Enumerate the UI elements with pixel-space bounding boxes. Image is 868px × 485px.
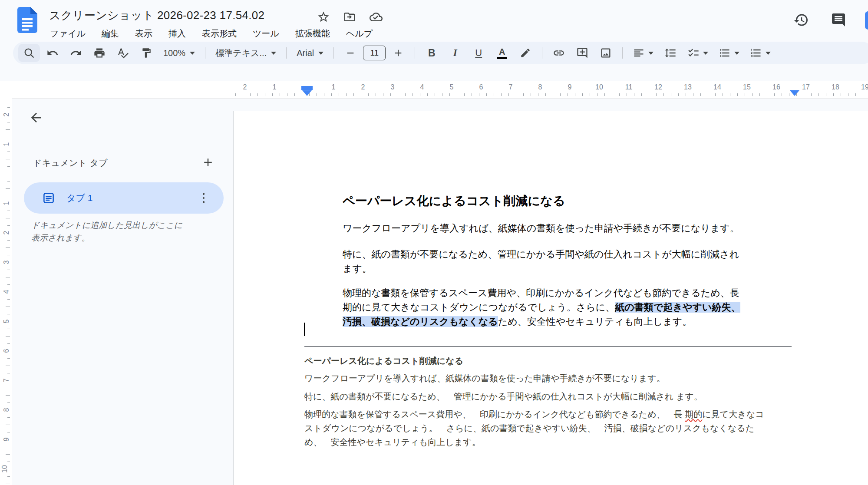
text-cursor <box>304 323 305 336</box>
comments-icon[interactable] <box>831 12 846 30</box>
paragraph-styles-select[interactable]: 標準テキス... <box>211 44 281 62</box>
zoom-select[interactable]: 100% <box>159 44 199 62</box>
doc-paragraph-line: 期的に見て大きなコストダウンにつながるでしょう。さらに、紙の書類で起きやすい紛失… <box>343 300 740 314</box>
document-title[interactable]: スクリーンショット 2026-02-23 17.54.02 <box>49 8 264 23</box>
font-family-value: Arial <box>297 48 314 58</box>
bulleted-list-button[interactable] <box>714 44 744 62</box>
footer-paragraph-line: ストダウンにつながるでしょう。 さらに、紙の書類で起きやすい紛失、 汚損、破損な… <box>304 421 754 435</box>
menu-view[interactable]: 表示 <box>133 27 154 40</box>
toolbar-divider <box>622 47 623 59</box>
bulleted-list-icon <box>719 47 731 59</box>
underline-button[interactable]: U <box>468 44 489 62</box>
line-spacing-icon <box>664 47 677 59</box>
decrease-font-size-button[interactable] <box>340 44 361 62</box>
checklist-icon <box>687 47 700 59</box>
paint-roller-icon <box>141 47 152 59</box>
footer-paragraph-line: 特に、紙の書類が不要になるため、 管理にかかる手間や紙の仕入れコストが大幅に削減… <box>304 389 703 403</box>
highlighter-icon <box>520 47 531 59</box>
chevron-down-icon <box>703 52 708 55</box>
menu-file[interactable]: ファイル <box>48 27 87 40</box>
print-button[interactable] <box>89 44 110 62</box>
footer-paragraph-line: ワークフローアプリを導入すれば、紙媒体の書類を使った申請や手続きが不要になります… <box>304 371 665 385</box>
bold-button[interactable]: B <box>421 44 442 62</box>
align-left-icon <box>633 47 645 59</box>
align-button[interactable] <box>628 44 658 62</box>
google-docs-app: スクリーンショット 2026-02-23 17.54.02 ファイル 編集 表示… <box>0 0 868 485</box>
search-menus-button[interactable] <box>18 44 40 62</box>
footer-heading: ペーパーレス化によるコスト削減になる <box>304 354 463 368</box>
menu-bar: ファイル 編集 表示 挿入 表示形式 ツール 拡張機能 ヘルプ <box>48 27 374 40</box>
tab-label: タブ 1 <box>66 192 93 204</box>
text-color-button[interactable]: A <box>491 44 513 62</box>
toolbar-divider <box>205 47 205 59</box>
image-icon <box>600 47 612 59</box>
font-size-input[interactable]: 11 <box>363 46 386 60</box>
tab-options-button[interactable] <box>200 190 208 206</box>
undo-icon <box>46 47 59 59</box>
add-comment-button[interactable] <box>571 44 593 62</box>
selected-text: 汚損、破損などのリスクもなくなる <box>343 316 498 327</box>
toolbar-divider <box>286 47 287 59</box>
share-button-edge[interactable] <box>865 11 868 30</box>
horizontal-rule <box>304 346 792 347</box>
chevron-down-icon <box>766 52 771 55</box>
doc-paragraph-line: ワークフローアプリを導入すれば、紙媒体の書類を使った申請や手続きが不要になります… <box>343 221 739 235</box>
document-page[interactable]: ペーパーレス化によるコスト削減になる ワークフローアプリを導入すれば、紙媒体の書… <box>233 111 868 485</box>
selected-text: 紙の書類で起きやすい紛失、 <box>615 302 740 313</box>
increase-font-size-button[interactable] <box>387 44 409 62</box>
tab-document-icon <box>42 191 55 205</box>
insert-link-button[interactable] <box>548 44 570 62</box>
horizontal-ruler: 2112345678910111213141516171819 <box>12 81 868 99</box>
numbered-list-button[interactable] <box>746 44 775 62</box>
spelling-grammar-check-button[interactable] <box>112 44 134 62</box>
paragraph-style-value: 標準テキス... <box>215 47 267 59</box>
menu-format[interactable]: 表示形式 <box>200 27 238 40</box>
doc-paragraph-line: 特に、紙の書類が不要になるため、管理にかかる手間や紙の仕入れコストが大幅に削減さ… <box>343 247 739 261</box>
insert-image-button[interactable] <box>595 44 617 62</box>
first-line-indent-marker[interactable] <box>301 86 313 90</box>
italic-icon: I <box>453 47 457 59</box>
toolbar-divider <box>415 47 415 59</box>
sidebar-heading: ドキュメント タブ <box>33 157 108 169</box>
redo-button[interactable] <box>65 44 87 62</box>
spellcheck-icon <box>117 47 129 59</box>
footer-paragraph-line: 物理的な書類を保管するスペース費用や、 印刷にかかるインク代なども節約できるため… <box>304 407 764 421</box>
saved-to-drive-icon[interactable] <box>369 10 383 23</box>
chevron-down-icon <box>271 52 276 55</box>
menu-extensions[interactable]: 拡張機能 <box>294 27 332 40</box>
plus-icon <box>393 48 403 58</box>
left-indent-marker[interactable] <box>302 90 312 96</box>
paint-format-button[interactable] <box>135 44 157 62</box>
minus-icon <box>346 48 355 58</box>
checklist-button[interactable] <box>683 44 713 62</box>
move-to-folder-icon[interactable] <box>343 10 356 23</box>
menu-insert[interactable]: 挿入 <box>167 27 188 40</box>
plus-icon <box>201 156 215 169</box>
link-icon <box>553 47 565 59</box>
star-icon[interactable] <box>317 10 330 23</box>
menu-help[interactable]: ヘルプ <box>344 27 374 40</box>
chevron-down-icon <box>648 52 653 55</box>
print-icon <box>93 47 106 59</box>
tab-item-1[interactable]: タブ 1 <box>24 182 224 214</box>
docs-logo[interactable] <box>17 7 37 35</box>
toolbar: 100% 標準テキス... Arial 11 B I U A <box>13 42 868 64</box>
menu-tools[interactable]: ツール <box>251 27 281 40</box>
chevron-down-icon <box>734 52 739 55</box>
font-family-select[interactable]: Arial <box>292 44 328 62</box>
close-tabs-sidebar-button[interactable] <box>29 110 43 126</box>
add-comment-icon <box>576 47 588 59</box>
line-spacing-button[interactable] <box>660 44 681 62</box>
chevron-down-icon <box>318 52 323 55</box>
misspelled-text: 期的 <box>685 409 702 419</box>
text-color-icon: A <box>497 47 507 59</box>
highlight-color-button[interactable] <box>515 44 536 62</box>
menu-edit[interactable]: 編集 <box>100 27 121 40</box>
right-indent-marker[interactable] <box>790 90 799 96</box>
add-tab-button[interactable] <box>200 154 216 172</box>
italic-button[interactable]: I <box>444 44 466 62</box>
chevron-down-icon <box>190 52 195 55</box>
version-history-icon[interactable] <box>793 12 809 30</box>
undo-button[interactable] <box>42 44 63 62</box>
sidebar-empty-hint: ドキュメントに追加した見出しがここに 表示されます。 <box>31 219 182 244</box>
